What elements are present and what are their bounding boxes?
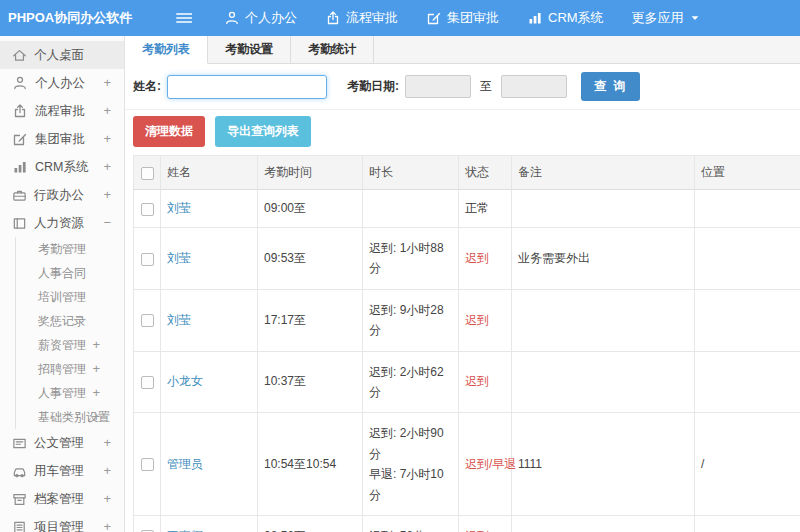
expand-plus-icon[interactable]: +	[103, 513, 111, 532]
sidebar-item-8[interactable]: 公文管理+	[0, 429, 124, 457]
name-cell: 王壹辉	[161, 515, 258, 532]
sidebar-subitem-4[interactable]: 奖惩记录	[16, 309, 124, 333]
menu-toggle-button[interactable]	[174, 9, 192, 27]
expand-plus-icon[interactable]: +	[103, 153, 111, 181]
topbar-item-4[interactable]: CRM系统	[513, 9, 618, 27]
table-row: 刘莹09:53至迟到: 1小时88分迟到业务需要外出	[134, 228, 800, 290]
attendance-table: 姓名 考勤时间 时长 状态 备注 位置 刘莹09:00至正常刘莹09:53至迟到…	[133, 155, 800, 532]
sidebar-subitem-3[interactable]: 培训管理	[16, 285, 124, 309]
name-link[interactable]: 刘莹	[167, 251, 191, 265]
sidebar-subitem-7[interactable]: 人事管理+	[16, 381, 124, 405]
expand-plus-icon[interactable]: +	[103, 69, 111, 97]
table-row: 王壹辉08:56至迟到: 56分迟到	[134, 515, 800, 532]
filter-bar: 姓名: 考勤日期: 至 查 询	[125, 64, 800, 110]
sidebar-item-label: 集团审批	[35, 125, 85, 153]
tab-3[interactable]: 考勤统计	[291, 36, 374, 64]
app-logo[interactable]: PHPOA协同办公软件	[0, 9, 128, 27]
name-input[interactable]	[167, 75, 327, 99]
sidebar-subitem-label: 薪资管理	[38, 338, 86, 352]
search-button[interactable]: 查 询	[581, 72, 640, 101]
sidebar-item-2[interactable]: 个人办公+	[0, 69, 124, 97]
name-link[interactable]: 小龙女	[167, 374, 203, 388]
status-cell: 迟到	[459, 351, 512, 413]
share-icon	[325, 10, 341, 26]
location-cell	[695, 351, 800, 413]
sidebar-item-1[interactable]: 个人桌面	[0, 41, 124, 69]
row-checkbox[interactable]	[141, 253, 154, 266]
sidebar-item-4[interactable]: 集团审批+	[0, 125, 124, 153]
sidebar-subitem-5[interactable]: 薪资管理+	[16, 333, 124, 357]
edit-icon	[426, 10, 442, 26]
sidebar-item-10[interactable]: 档案管理+	[0, 485, 124, 513]
export-list-button[interactable]: 导出查询列表	[215, 116, 311, 147]
row-checkbox[interactable]	[141, 376, 154, 389]
expand-plus-icon[interactable]: +	[103, 125, 111, 153]
sidebar-item-3[interactable]: 流程审批+	[0, 97, 124, 125]
sidebar-subitem-label: 考勤管理	[38, 242, 86, 256]
duration-cell: 迟到: 2小时62分	[363, 351, 459, 413]
row-checkbox-cell	[134, 289, 161, 351]
topbar-item-label: 集团审批	[447, 9, 499, 27]
sidebar-subitem-6[interactable]: 招聘管理+	[16, 357, 124, 381]
row-checkbox-cell	[134, 228, 161, 290]
book-icon	[12, 216, 27, 231]
sidebar-subitem-2[interactable]: 人事合同	[16, 261, 124, 285]
note-cell	[512, 351, 695, 413]
expand-plus-icon[interactable]: +	[103, 457, 111, 485]
note-cell	[512, 515, 695, 532]
date-from-input[interactable]	[405, 75, 471, 98]
sidebar-item-7[interactable]: 人力资源−	[0, 209, 124, 237]
row-checkbox[interactable]	[141, 458, 154, 471]
name-cell: 刘莹	[161, 190, 258, 228]
name-link[interactable]: 刘莹	[167, 201, 191, 215]
duration-cell: 迟到: 1小时88分	[363, 228, 459, 290]
time-cell: 09:00至	[258, 190, 363, 228]
status-badge: 迟到	[465, 529, 489, 532]
expand-plus-icon[interactable]: +	[92, 333, 100, 357]
sidebar-subitem-label: 招聘管理	[38, 362, 86, 376]
sidebar-item-6[interactable]: 行政办公+	[0, 181, 124, 209]
car-icon	[12, 464, 27, 479]
sidebar-item-11[interactable]: 项目管理+	[0, 513, 124, 532]
expand-plus-icon[interactable]: +	[103, 429, 111, 457]
name-link[interactable]: 刘莹	[167, 313, 191, 327]
expand-plus-icon[interactable]: +	[103, 485, 111, 513]
sidebar-subitem-1[interactable]: 考勤管理	[16, 237, 124, 261]
status-cell: 迟到	[459, 289, 512, 351]
select-all-checkbox[interactable]	[141, 167, 154, 180]
sidebar-subitem-label: 奖惩记录	[38, 314, 86, 328]
sidebar-item-label: 项目管理	[34, 513, 84, 532]
clean-data-button[interactable]: 清理数据	[133, 116, 205, 147]
main-content: 考勤列表考勤设置考勤统计 姓名: 考勤日期: 至 查 询 清理数据 导出查询列表…	[125, 36, 800, 532]
table-row: 管理员10:54至10:54迟到: 2小时90分 早退: 7小时10分迟到/早退…	[134, 413, 800, 516]
expand-plus-icon[interactable]: +	[92, 357, 100, 381]
sidebar-item-9[interactable]: 用车管理+	[0, 457, 124, 485]
topbar-item-3[interactable]: 集团审批	[412, 9, 513, 27]
collapse-minus-icon[interactable]: −	[103, 209, 111, 237]
topbar-item-1[interactable]: 个人办公	[210, 9, 311, 27]
name-label: 姓名:	[133, 78, 161, 95]
expand-plus-icon[interactable]: +	[103, 181, 111, 209]
topbar-item-2[interactable]: 流程审批	[311, 9, 412, 27]
name-cell: 管理员	[161, 413, 258, 516]
date-to-input[interactable]	[501, 75, 567, 98]
tab-2[interactable]: 考勤设置	[208, 36, 291, 64]
expand-plus-icon[interactable]: +	[92, 405, 100, 429]
expand-plus-icon[interactable]: +	[92, 381, 100, 405]
row-checkbox[interactable]	[141, 203, 154, 216]
topbar-item-5[interactable]: 更多应用	[618, 9, 715, 27]
sidebar-item-label: 用车管理	[34, 457, 84, 485]
name-link[interactable]: 王壹辉	[167, 529, 203, 532]
expand-plus-icon[interactable]: +	[103, 97, 111, 125]
name-link[interactable]: 管理员	[167, 457, 203, 471]
sidebar-item-label: 行政办公	[34, 181, 84, 209]
edit-icon	[12, 131, 28, 147]
tab-1[interactable]: 考勤列表	[125, 36, 208, 64]
sidebar-item-5[interactable]: CRM系统+	[0, 153, 124, 181]
caret-down-icon	[689, 12, 701, 24]
date-label: 考勤日期:	[347, 78, 399, 95]
row-checkbox[interactable]	[141, 314, 154, 327]
table-row: 小龙女10:37至迟到: 2小时62分迟到	[134, 351, 800, 413]
user-icon	[12, 75, 28, 91]
sidebar-subitem-8[interactable]: 基础类别设置+	[16, 405, 124, 429]
